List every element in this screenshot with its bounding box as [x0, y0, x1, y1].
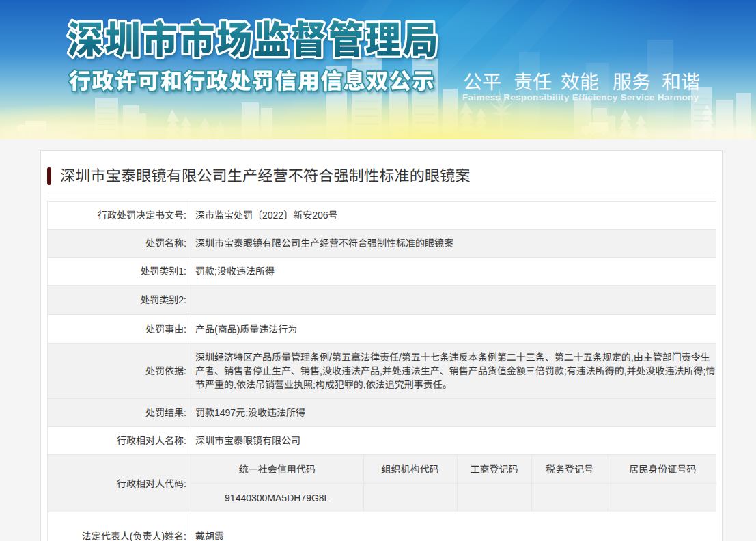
svg-text:行政许可和行政处罚信用信息双公示: 行政许可和行政处罚信用信息双公示: [69, 64, 435, 95]
svg-text:公平责任效能服务和谐: 公平责任效能服务和谐: [463, 67, 700, 94]
svg-text:Faimess Responsibility Efficie: Faimess Responsibility Efficiency Servic…: [462, 92, 699, 102]
svg-text:深圳市市场监督管理局: 深圳市市场监督管理局: [68, 10, 440, 65]
